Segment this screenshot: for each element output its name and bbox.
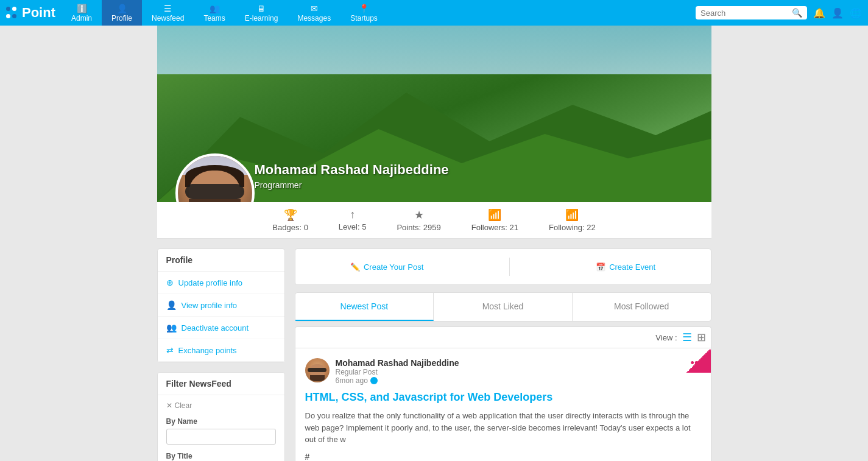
nav-item-elearning[interactable]: 🖥 E-learning [235,0,288,26]
nav-item-admin[interactable]: ℹ️ Admin [62,0,102,26]
sidebar-profile-card: Profile ⊕ Update profile info 👤 View pro… [157,248,285,362]
sidebar-item-deactivate[interactable]: 👥 Deactivate account [158,317,284,339]
create-event-button[interactable]: 📅 Create Event [596,262,655,272]
stat-points-label: Points: 2959 [397,223,440,232]
post-time-dot [370,377,378,384]
post-author-name: Mohamad Rashad Najibeddine [336,358,701,368]
profile-name: Mohamad Rashad Najibeddine [255,162,449,178]
logo-text: Point [22,5,55,21]
nav-label-startups: Startups [350,14,378,23]
search-button[interactable]: 🔍 [792,8,802,18]
view-bar: View : ☰ ⊞ [295,326,711,348]
sidebar-item-label: Update profile info [178,278,243,287]
globe-icon[interactable]: 🌐 [850,7,862,19]
content-area: Profile ⊕ Update profile info 👤 View pro… [157,239,711,461]
post-header: Mohamad Rashad Najibeddine Regular Post … [305,358,701,385]
stat-followers-label: Followers: 21 [471,223,518,232]
tab-newest-post[interactable]: Newest Post [295,293,434,321]
nav-item-startups[interactable]: 📍 Startups [340,0,387,26]
followers-icon: 📶 [488,208,501,222]
sidebar-item-view-profile[interactable]: 👤 View profile info [158,294,284,317]
star-icon: ★ [414,208,424,222]
deactivate-icon: 👥 [166,323,177,333]
stat-level-label: Level: 5 [339,222,367,231]
sidebar-item-update-profile[interactable]: ⊕ Update profile info [158,272,284,294]
sidebar-item-exchange[interactable]: ⇄ Exchange points [158,339,284,362]
newsfeed-icon: ☰ [164,4,172,13]
sidebar: Profile ⊕ Update profile info 👤 View pro… [157,248,285,461]
profile-info-overlay: Mohamad Rashad Najibeddine Programmer [255,162,449,190]
clear-button[interactable]: ✕ Clear [166,401,276,410]
exchange-icon: ⇄ [166,345,174,355]
tabs-bar: Newest Post Most Liked Most Followed [295,292,711,322]
calendar-icon: 📅 [596,262,605,272]
nav-item-messages[interactable]: ✉ Messages [288,0,340,26]
create-post-label: Create Your Post [364,262,423,272]
post-options-button[interactable]: ••• [691,357,702,370]
tab-label: Most Followed [614,301,669,311]
messages-icon: ✉ [311,4,318,13]
logo-dot [6,7,10,11]
search-input[interactable] [700,9,792,18]
post-avatar-beard [310,375,325,381]
by-title-label: By Title [166,452,276,460]
logo-dots [6,7,18,19]
stat-badges-label: Badges: 0 [272,223,308,232]
post-content: Do you realize that the only functionali… [305,410,701,446]
create-post-button[interactable]: ✏️ Create Your Post [350,262,423,272]
nav-item-profile[interactable]: 👤 Profile [102,0,142,26]
startups-icon: 📍 [359,4,369,13]
view-label: View : [655,333,677,342]
sidebar-item-label: Deactivate account [182,323,249,333]
post-avatar-glasses [308,368,326,372]
nav-label-admin: Admin [71,14,92,23]
stat-followers: 📶 Followers: 21 [471,208,518,232]
user-icon[interactable]: 👤 [831,7,844,19]
post-card: ••• Mohamad Rashad Najibeddine Regular P… [295,348,711,461]
nav-actions: 🔔 👤 🌐 [813,7,862,19]
nav-label-elearning: E-learning [245,14,278,23]
sky [157,26,711,74]
logo[interactable]: Point [6,5,55,21]
elearning-icon: 🖥 [257,4,266,13]
logo-dot [6,14,10,18]
create-event-label: Create Event [609,262,655,272]
tab-most-liked[interactable]: Most Liked [434,293,573,321]
nav-items: ℹ️ Admin 👤 Profile ☰ Newsfeed 👥 Teams 🖥 … [62,0,696,26]
nav-label-messages: Messages [297,14,331,23]
x-icon: ✕ [166,401,172,410]
filter-name-input[interactable] [166,429,276,445]
grid-view-icon[interactable]: ⊞ [697,331,706,344]
create-bar: ✏️ Create Your Post 📅 Create Event [295,248,711,285]
nav-item-newsfeed[interactable]: ☰ Newsfeed [142,0,194,26]
tab-most-followed[interactable]: Most Followed [573,293,711,321]
avatar-image [178,156,252,202]
level-icon: ↑ [350,208,355,221]
sidebar-item-label: Exchange points [178,346,237,355]
tab-label: Newest Post [340,301,389,311]
topnav: Point ℹ️ Admin 👤 Profile ☰ Newsfeed 👥 Te… [0,0,868,26]
search-box: 🔍 [696,6,807,19]
sidebar-profile-title: Profile [158,249,284,272]
logo-dot [12,14,16,18]
bell-icon[interactable]: 🔔 [813,7,825,19]
filter-body: ✕ Clear By Name By Title By Date [158,395,284,461]
sidebar-item-label: View profile info [182,301,238,310]
post-hashtag: # [305,452,701,462]
following-icon: 📶 [565,208,579,222]
list-view-icon[interactable]: ☰ [682,331,692,344]
stat-points: ★ Points: 2959 [397,208,440,232]
info-icon: ℹ️ [77,4,87,13]
post-meta: Mohamad Rashad Najibeddine Regular Post … [336,358,701,385]
stats-bar: 🏆 Badges: 0 ↑ Level: 5 ★ Points: 2959 📶 … [157,202,711,239]
cover-section: Mohamad Rashad Najibeddine Programmer [157,26,711,202]
nav-label-profile: Profile [111,14,132,23]
nav-label-teams: Teams [203,14,225,23]
tab-label: Most Liked [482,301,524,311]
avatar [175,153,255,202]
glasses [185,184,245,199]
pencil-icon: ✏️ [350,262,360,272]
post-author-avatar [305,358,330,382]
nav-item-teams[interactable]: 👥 Teams [194,0,235,26]
post-title[interactable]: HTML, CSS, and Javascript for Web Develo… [305,391,701,404]
